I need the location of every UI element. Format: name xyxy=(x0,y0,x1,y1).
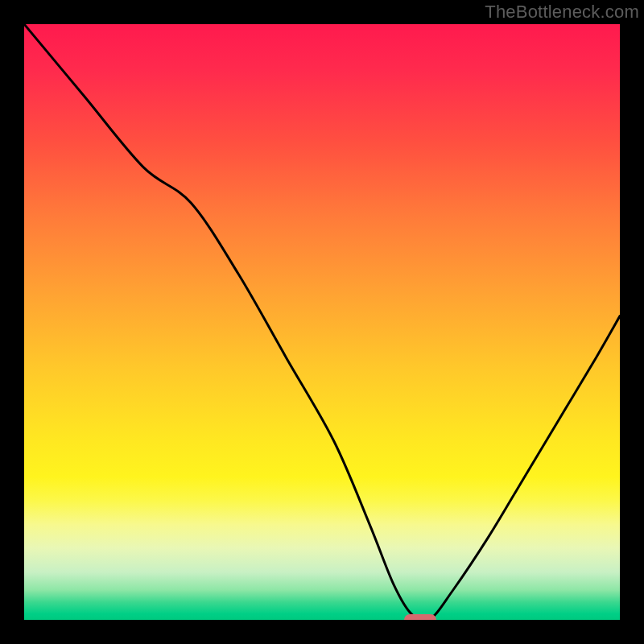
optimal-marker xyxy=(404,614,436,620)
bottleneck-curve xyxy=(24,24,620,620)
plot-area xyxy=(24,24,620,620)
watermark-text: TheBottleneck.com xyxy=(485,2,639,23)
chart-frame: TheBottleneck.com xyxy=(0,0,644,644)
